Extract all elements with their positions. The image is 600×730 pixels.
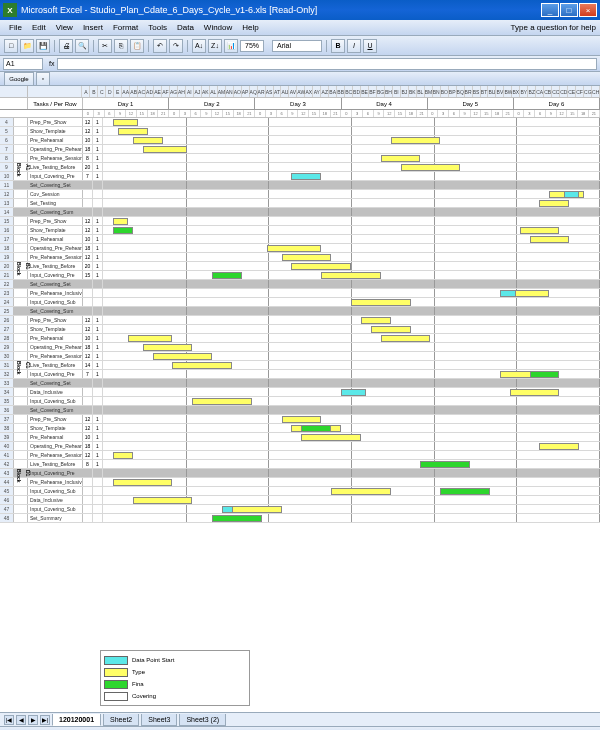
gantt-bar[interactable] — [301, 425, 331, 432]
formula-bar[interactable] — [57, 58, 597, 70]
gantt-bar[interactable] — [371, 326, 411, 333]
gantt-bar[interactable] — [282, 416, 322, 423]
gantt-bar[interactable] — [539, 200, 569, 207]
col-header[interactable]: BT — [481, 86, 489, 97]
row-header[interactable]: 35 — [0, 397, 14, 405]
col-header[interactable]: BC — [345, 86, 353, 97]
menu-format[interactable]: Format — [108, 23, 143, 32]
col-header[interactable]: BS — [473, 86, 481, 97]
col-header[interactable]: BY — [520, 86, 528, 97]
col-header[interactable]: AG — [170, 86, 178, 97]
col-header[interactable]: BU — [488, 86, 496, 97]
col-header[interactable]: AH — [178, 86, 186, 97]
col-header[interactable]: AA — [122, 86, 130, 97]
col-header[interactable]: AD — [146, 86, 154, 97]
gantt-bar[interactable] — [331, 488, 391, 495]
gantt-bar[interactable] — [113, 218, 128, 225]
row-header[interactable]: 32 — [0, 370, 14, 378]
underline-icon[interactable]: U — [363, 39, 377, 53]
row-header[interactable]: 44 — [0, 478, 14, 486]
row-header[interactable]: 29 — [0, 343, 14, 351]
redo-icon[interactable]: ↷ — [169, 39, 183, 53]
col-header[interactable]: CB — [544, 86, 552, 97]
gantt-bar[interactable] — [420, 461, 470, 468]
col-header[interactable]: AV — [289, 86, 297, 97]
help-search[interactable]: Type a question for help — [511, 23, 596, 32]
col-header[interactable]: BJ — [401, 86, 409, 97]
gantt-bar[interactable] — [113, 227, 133, 234]
col-header[interactable]: CE — [568, 86, 576, 97]
menu-file[interactable]: File — [4, 23, 27, 32]
gantt-bar[interactable] — [391, 137, 441, 144]
undo-icon[interactable]: ↶ — [153, 39, 167, 53]
col-header[interactable]: AF — [162, 86, 170, 97]
col-header[interactable]: AZ — [321, 86, 329, 97]
col-header[interactable]: CF — [576, 86, 584, 97]
row-header[interactable]: 39 — [0, 433, 14, 441]
col-header[interactable]: BA — [329, 86, 337, 97]
col-header[interactable]: BZ — [528, 86, 536, 97]
gantt-bar[interactable] — [539, 443, 579, 450]
row-header[interactable]: 9 — [0, 163, 14, 171]
row-header[interactable]: 20 — [0, 262, 14, 270]
row-header[interactable]: 41 — [0, 451, 14, 459]
save-icon[interactable]: 💾 — [36, 39, 50, 53]
col-header[interactable]: AM — [218, 86, 226, 97]
row-header[interactable]: 36 — [0, 406, 14, 414]
row-header[interactable]: 31 — [0, 361, 14, 369]
google-icon[interactable]: Google — [4, 72, 34, 86]
col-header[interactable]: CD — [560, 86, 568, 97]
col-header[interactable]: BX — [512, 86, 520, 97]
col-header[interactable]: CG — [584, 86, 592, 97]
sheet-tab-3[interactable]: Sheet3 — [141, 714, 177, 726]
row-header[interactable]: 34 — [0, 388, 14, 396]
gantt-bar[interactable] — [128, 335, 173, 342]
gantt-bar[interactable] — [143, 146, 188, 153]
row-header[interactable]: 4 — [0, 118, 14, 126]
tab-last-icon[interactable]: ▶| — [40, 715, 50, 725]
row-header[interactable]: 25 — [0, 307, 14, 315]
col-header[interactable]: AR — [258, 86, 266, 97]
col-header[interactable]: AP — [242, 86, 250, 97]
row-header[interactable]: 21 — [0, 271, 14, 279]
menu-window[interactable]: Window — [199, 23, 237, 32]
open-icon[interactable]: 📁 — [20, 39, 34, 53]
gantt-bar[interactable] — [564, 191, 579, 198]
sort-desc-icon[interactable]: Z↓ — [208, 39, 222, 53]
spreadsheet-grid[interactable]: ABCDEAAABACADAEAFAGAHAIAJAKALAMANAOAPAQA… — [0, 86, 600, 712]
col-header[interactable]: CH — [592, 86, 600, 97]
row-header[interactable]: 17 — [0, 235, 14, 243]
col-header[interactable]: BW — [504, 86, 512, 97]
row-header[interactable]: 8 — [0, 154, 14, 162]
col-header[interactable]: D — [106, 86, 114, 97]
close-button[interactable]: × — [579, 3, 597, 17]
gantt-bar[interactable] — [530, 371, 560, 378]
col-header[interactable]: AE — [154, 86, 162, 97]
sheet-tab-2[interactable]: Sheet2 — [103, 714, 139, 726]
row-header[interactable]: 24 — [0, 298, 14, 306]
row-header[interactable]: 18 — [0, 244, 14, 252]
col-header[interactable]: AT — [274, 86, 282, 97]
col-header[interactable]: AO — [234, 86, 242, 97]
gantt-bar[interactable] — [143, 344, 193, 351]
col-header[interactable]: BL — [417, 86, 425, 97]
col-header[interactable]: AU — [281, 86, 289, 97]
gantt-bar[interactable] — [133, 137, 163, 144]
col-header[interactable]: BQ — [457, 86, 465, 97]
gantt-bar[interactable] — [440, 488, 490, 495]
maximize-button[interactable]: □ — [560, 3, 578, 17]
gantt-bar[interactable] — [212, 515, 262, 522]
gantt-bar[interactable] — [113, 119, 138, 126]
new-icon[interactable]: □ — [4, 39, 18, 53]
bold-icon[interactable]: B — [331, 39, 345, 53]
col-header[interactable]: BB — [337, 86, 345, 97]
menu-tools[interactable]: Tools — [143, 23, 172, 32]
row-header[interactable]: 38 — [0, 424, 14, 432]
col-header[interactable]: BK — [409, 86, 417, 97]
row-header[interactable]: 28 — [0, 334, 14, 342]
col-header[interactable]: AX — [305, 86, 313, 97]
gantt-bar[interactable] — [361, 317, 391, 324]
col-header[interactable]: BM — [425, 86, 433, 97]
col-header[interactable]: AQ — [250, 86, 258, 97]
gantt-bar[interactable] — [282, 254, 332, 261]
